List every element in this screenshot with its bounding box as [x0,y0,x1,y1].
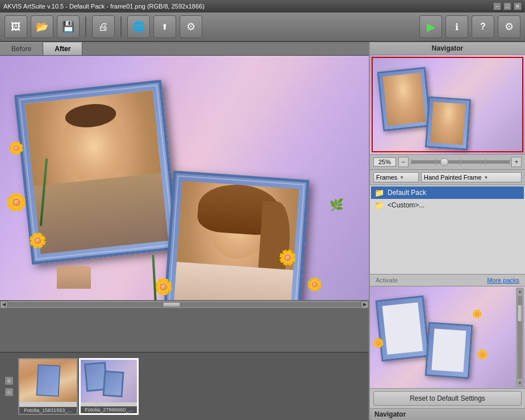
scroll-right-btn[interactable]: ▶ [361,301,369,309]
zoom-thumb[interactable] [440,158,448,166]
print-btn[interactable]: 🖨 [92,15,115,38]
frames-name-dropdown[interactable]: Hand Painted Frame ▼ [421,172,522,182]
toolbar-separator-2 [120,16,122,37]
open-folder-btn[interactable]: 📂 [31,15,53,38]
scroll-left-btn[interactable]: ◀ [0,301,8,309]
maximize-button[interactable]: □ [503,2,511,10]
frame-list-item-custom[interactable]: 📁 <Custom>... [371,199,524,211]
preview-scroll-down[interactable]: ▼ [516,380,523,387]
toolbar-separator-1 [85,16,86,37]
frames-name-arrow: ▼ [484,175,489,180]
prefs-btn[interactable]: ⚙ [498,15,520,38]
main-area: Before After [0,42,525,420]
preview-photo-2 [432,328,466,372]
zoom-tick-2 [460,159,461,165]
activate-link[interactable]: Activate [376,277,398,284]
flower-8: 🌿 [330,198,344,211]
canvas-area: Before After [0,42,369,420]
preview-image: 🌼 🌼 🌼 [370,286,525,388]
upload-btn[interactable]: ⬆ [153,15,176,38]
preview-scroll: ▲ ▼ [516,288,524,387]
thumbnail-item-2[interactable]: Fotolia_27996660_... [79,358,139,415]
preview-scroll-track[interactable] [518,296,522,379]
zoom-slider[interactable] [411,160,509,164]
navigator-bottom-label: Navigator [370,408,525,420]
zoom-plus-btn[interactable]: + [511,157,522,167]
thumb-add-btn[interactable]: ⊕ [5,376,14,385]
tab-after[interactable]: After [43,42,82,55]
thumb-frame-mini-1 [36,364,60,397]
info-btn[interactable]: ℹ [445,15,468,38]
zoom-value-display[interactable]: 25% [373,157,396,167]
activate-row: Activate More packs [370,275,525,286]
flower-7: 🌼 [307,277,322,292]
thumb-img-1 [19,359,77,402]
frame-scene: 🌼 🌼 🌼 🌼 🌼 🌼 🌼 🌿 [0,56,369,300]
nav-mini-frame-1 [377,67,432,131]
frames-type-dropdown[interactable]: Frames ▼ [373,172,419,182]
toolbar-right: ▶ ℹ ? ⚙ [419,15,520,38]
zoom-tick-1 [435,159,436,165]
more-packs-link[interactable]: More packs [487,277,519,284]
zoom-minus-btn[interactable]: − [398,157,409,167]
help-btn[interactable]: ? [472,15,494,38]
preview-flower-1: 🌼 [373,338,384,348]
zoom-control: 25% − + [370,155,525,170]
toolbar: 🖼 📂 💾 🖨 🌐 ⬆ ⚙ ▶ ℹ ? ⚙ [0,13,525,42]
flower-4: 🌼 [153,277,173,296]
preview-area: 🌼 🌼 🌼 ▲ ▼ [370,286,525,389]
tabs-bar: Before After [0,42,369,56]
thumb-frame-mini-2b [102,371,124,397]
titlebar-controls: − □ ✕ [493,2,522,10]
flower-6: 🌼 [278,249,297,267]
thumbnail-label-2: Fotolia_27996660_... [81,406,137,413]
folder-icon-1: 📁 [374,188,384,197]
nav-mini-scene [370,55,525,154]
canvas-wrapper[interactable]: 🌼 🌼 🌼 🌼 🌼 🌼 🌼 🌿 ◀ ▶ [0,56,369,352]
tab-before[interactable]: Before [0,42,43,55]
minimize-button[interactable]: − [493,2,501,10]
close-button[interactable]: ✕ [514,2,522,10]
thumb-bg-2 [81,360,137,402]
titlebar: AKVIS ArtSuite v.10.5 - Default Pack - f… [0,0,525,13]
flower-1: 🌼 [6,192,27,212]
open-file-btn[interactable]: 🖼 [5,15,27,38]
preview-flower-2: 🌼 [477,349,488,360]
frames-row: Frames ▼ Hand Painted Frame ▼ [370,170,525,185]
zoom-tick-4 [509,159,510,165]
thumbnail-strip: ⊕ ⊖ Fotolia_15831553_... [0,352,369,420]
preview-frame-1 [376,296,430,361]
photo-frame-2 [163,171,310,300]
zoom-tick-0 [411,159,412,165]
titlebar-title: AKVIS ArtSuite v.10.5 - Default Pack - f… [3,3,205,10]
basket [57,266,91,289]
thumbnail-label-1: Fotolia_15831553_... [19,407,77,414]
preview-frame-2 [425,322,473,379]
scroll-track-h[interactable] [8,302,361,307]
thumb-remove-btn[interactable]: ⊖ [5,388,14,397]
preview-scroll-up[interactable]: ▲ [516,288,523,295]
navigator-header: Navigator [370,42,525,55]
nav-mini-photo-2 [431,102,466,145]
thumbnail-item-1[interactable]: Fotolia_15831553_... [18,358,78,415]
flower-3: 🌼 [9,141,24,156]
scroll-thumb-h[interactable] [163,302,180,307]
thumb-bg-1 [19,359,77,402]
save-btn[interactable]: 💾 [57,15,80,38]
nav-mini-photo-1 [383,73,426,126]
export-web-btn[interactable]: 🌐 [127,15,150,38]
reset-settings-button[interactable]: Reset to Default Settings [373,391,522,406]
frames-type-arrow: ▼ [399,175,404,180]
nav-mini-frame-2 [425,96,471,150]
thumb-img-2 [81,360,137,402]
right-panel: Navigator 25% − [369,42,525,420]
settings-btn[interactable]: ⚙ [180,15,202,38]
flower-2: 🌼 [28,232,47,249]
horizontal-scrollbar[interactable]: ◀ ▶ [0,300,369,308]
play-btn[interactable]: ▶ [419,15,442,38]
zoom-tick-3 [485,159,486,165]
frame-list-item-default-pack[interactable]: 📁 Default Pack [371,186,524,199]
frame-list: 📁 Default Pack 📁 <Custom>... [370,185,525,275]
preview-flower-3: 🌼 [472,309,482,318]
preview-scroll-thumb[interactable] [518,305,522,322]
